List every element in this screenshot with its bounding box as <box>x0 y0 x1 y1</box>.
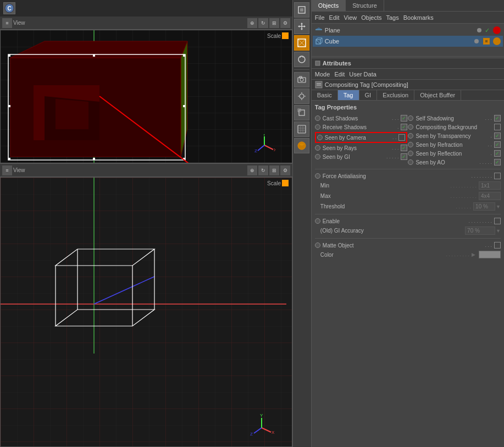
self-shadowing-check[interactable] <box>494 115 501 122</box>
cast-shadows-check[interactable] <box>401 115 407 122</box>
seen-by-camera-check[interactable] <box>398 134 405 141</box>
matte-object-radio[interactable] <box>315 242 320 248</box>
attr-menu-edit[interactable]: Edit <box>334 71 345 78</box>
seen-by-ao-dots: . . . . . <box>479 159 492 165</box>
compositing-bg-check[interactable] <box>494 124 501 130</box>
camera-btn[interactable] <box>294 72 309 87</box>
menu-tags[interactable]: Tags <box>386 14 399 21</box>
seen-by-refraction-dots: . . <box>488 142 492 147</box>
cube-material-icon[interactable] <box>493 37 501 45</box>
tab-tag[interactable]: Tag <box>338 90 359 100</box>
threshold-dropdown-arrow[interactable]: ▼ <box>496 204 501 209</box>
menu-objects[interactable]: Objects <box>361 14 381 21</box>
seen-by-reflection-check[interactable] <box>494 150 501 157</box>
object-row-plane[interactable]: Plane ✓ <box>313 25 503 36</box>
bottom-viewport-menu-btn[interactable]: ≡ <box>2 165 12 175</box>
cast-shadows-radio[interactable] <box>315 115 320 121</box>
top-viewport[interactable]: X Y Z Scale <box>0 30 292 163</box>
bottom-settings-btn[interactable]: ⚙ <box>280 165 290 175</box>
gi-accuracy-dropdown-arrow[interactable]: ▼ <box>496 228 501 234</box>
objects-menu-bar: File Edit View Objects Tags Bookmarks <box>312 12 504 24</box>
compositing-label: Compositing Tag [Compositing] <box>312 80 504 90</box>
enable-check[interactable] <box>494 218 501 224</box>
material-btn[interactable] <box>294 138 309 153</box>
bottom-viewport-label: View <box>13 167 25 173</box>
tab-structure[interactable]: Structure <box>346 0 384 11</box>
compositing-tag-label: Compositing Tag [Compositing] <box>325 81 408 88</box>
matte-object-check[interactable] <box>494 242 501 249</box>
viewport-settings-btn[interactable]: ⚙ <box>280 18 290 28</box>
tag-properties-content: Tag Properties Cast Shadows . . . <box>312 101 504 263</box>
self-shadowing-dots: . . . <box>485 115 492 121</box>
attributes-header: Attributes <box>312 58 504 69</box>
seen-by-gi-radio[interactable] <box>315 154 320 159</box>
seen-by-camera-radio[interactable] <box>317 135 323 140</box>
texture-btn[interactable] <box>294 122 309 137</box>
bottom-move-btn[interactable]: ⊕ <box>247 165 257 175</box>
tab-exclusion[interactable]: Exclusion <box>377 90 414 100</box>
viewport-menu-btn[interactable]: ≡ <box>2 18 12 28</box>
select-tool-btn[interactable] <box>294 2 309 18</box>
seen-by-refraction-radio[interactable] <box>408 142 413 147</box>
cube-dot-1[interactable] <box>474 39 479 43</box>
bottom-scale-btn[interactable]: ⊞ <box>269 165 279 175</box>
svg-rect-11 <box>183 54 185 57</box>
menu-edit[interactable]: Edit <box>329 14 340 21</box>
tag-props-title: Tag Properties <box>315 104 501 111</box>
plane-dot-1[interactable] <box>477 28 481 32</box>
seen-by-rays-radio[interactable] <box>315 145 320 151</box>
bottom-rotate-btn[interactable]: ↻ <box>258 165 268 175</box>
self-shadowing-radio[interactable] <box>408 115 413 121</box>
seen-by-transparency-check[interactable] <box>494 133 501 139</box>
rotate-tool-btn-side[interactable] <box>294 52 309 67</box>
color-arrow[interactable]: ▶ <box>472 252 475 257</box>
receive-shadows-radio[interactable] <box>315 124 320 130</box>
tab-objects[interactable]: Objects <box>312 0 346 11</box>
max-input[interactable]: 4x4 <box>479 192 501 200</box>
menu-bookmarks[interactable]: Bookmarks <box>403 14 434 21</box>
object-row-cube[interactable]: Cube <box>313 36 503 47</box>
tab-gi[interactable]: GI <box>359 90 378 100</box>
threshold-input[interactable]: 10 % <box>473 202 495 211</box>
force-antialiasing-radio[interactable] <box>315 173 320 179</box>
plane-material-icon[interactable] <box>493 26 501 34</box>
light-btn[interactable] <box>294 89 309 104</box>
svg-text:C: C <box>7 5 11 12</box>
receive-shadows-check[interactable] <box>401 124 407 130</box>
plane-check[interactable]: ✓ <box>485 27 490 34</box>
seen-by-gi-check[interactable] <box>401 153 407 160</box>
color-swatch[interactable] <box>479 251 501 258</box>
object-btn[interactable] <box>294 105 309 120</box>
move-tool-btn-side[interactable] <box>294 19 309 34</box>
move-tool-btn[interactable]: ⊕ <box>247 18 257 28</box>
scale-tool-btn[interactable]: ⊞ <box>269 18 279 28</box>
enable-radio[interactable] <box>315 218 320 224</box>
seen-by-rays-check[interactable] <box>401 145 407 151</box>
seen-by-ao-radio[interactable] <box>408 159 413 165</box>
svg-text:X: X <box>272 430 275 435</box>
seen-by-refraction-check[interactable] <box>494 141 501 148</box>
scale-tool-btn-side[interactable] <box>294 35 309 51</box>
compositing-bg-radio[interactable] <box>408 124 413 130</box>
attr-menu-user-data[interactable]: User Data <box>349 71 376 78</box>
cast-shadows-label: Cast Shadows <box>323 115 390 122</box>
seen-by-transparency-radio[interactable] <box>408 133 413 139</box>
cube-tag-icon[interactable] <box>483 38 490 45</box>
seen-by-reflection-radio[interactable] <box>408 151 413 156</box>
force-antialiasing-check[interactable] <box>494 173 501 179</box>
attr-menu-mode[interactable]: Mode <box>315 71 330 78</box>
matte-object-dots: . . . <box>485 242 492 248</box>
rotate-tool-btn[interactable]: ↻ <box>258 18 268 28</box>
seen-by-ao-check[interactable] <box>494 159 501 165</box>
gi-accuracy-input[interactable]: 70 % <box>465 227 495 235</box>
menu-view[interactable]: View <box>344 14 357 21</box>
tab-object-buffer[interactable]: Object Buffer <box>414 90 461 100</box>
min-label: Min <box>320 183 448 189</box>
bottom-viewport[interactable]: X Y Z Scale <box>0 177 292 447</box>
min-input[interactable]: 1x1 <box>479 181 501 190</box>
threshold-row: Threshold . . . . . . 10 % ▼ <box>315 201 501 212</box>
menu-file[interactable]: File <box>315 14 325 21</box>
svg-rect-12 <box>8 158 10 160</box>
tab-basic[interactable]: Basic <box>312 90 338 100</box>
app-icon[interactable]: C <box>3 2 15 14</box>
